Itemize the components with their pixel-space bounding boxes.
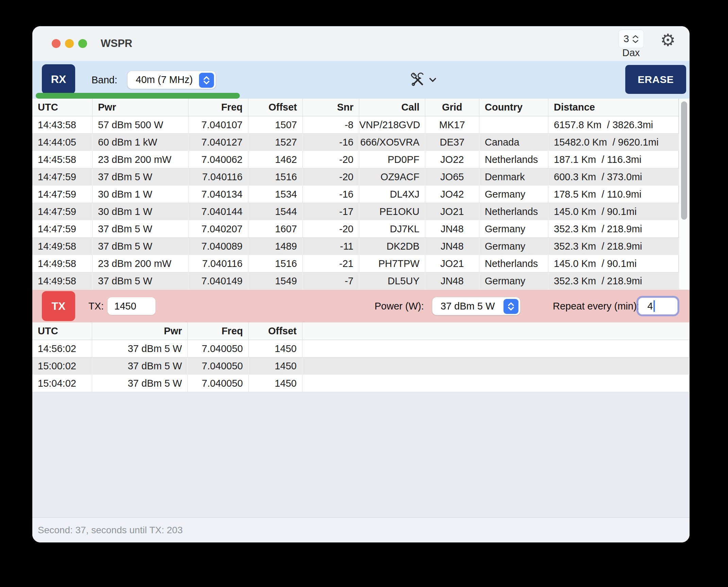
table-cell: 1516: [248, 168, 303, 186]
table-cell: 30 dBm 1 W: [93, 203, 188, 220]
table-row[interactable]: 14:47:5937 dBm 5 W7.0401161516-20OZ9ACFJ…: [32, 168, 679, 186]
table-cell: 7.040089: [188, 238, 248, 255]
table-cell: 15:00:02: [32, 357, 92, 375]
table-cell: 1507: [248, 116, 303, 134]
table-cell: 1516: [248, 255, 303, 272]
table-cell: JN48: [425, 238, 479, 255]
table-row[interactable]: 14:47:5930 dBm 1 W7.0401341534-16DL4XJJO…: [32, 186, 679, 203]
tx-table-body: 14:56:0237 dBm 5 W7.040050145015:00:0237…: [32, 340, 690, 392]
table-row[interactable]: 14:43:5857 dBm 500 W7.0401071507-8VNP/21…: [32, 116, 679, 134]
scrollbar-thumb[interactable]: [681, 101, 687, 220]
gear-icon[interactable]: ⚙: [660, 32, 676, 49]
column-header: Offset: [249, 322, 302, 340]
table-cell: 37 dBm 5 W: [93, 220, 188, 238]
table-cell: Netherlands: [479, 151, 548, 168]
column-header: [302, 322, 690, 340]
rx-table: UTC Pwr Freq Offset Snr Call Grid Countr…: [32, 99, 690, 290]
table-cell: DE37: [425, 134, 479, 151]
table-cell: 37 dBm 5 W: [93, 272, 188, 290]
table-cell: 352.3 Km / 218.9mi: [548, 220, 679, 238]
table-cell: 666/XO5VRA: [359, 134, 425, 151]
table-cell: 23 dBm 200 mW: [93, 255, 188, 272]
tx-table-header-row: UTC Pwr Freq Offset: [32, 322, 690, 340]
table-cell: [302, 375, 690, 392]
dax-stepper[interactable]: 3: [618, 30, 644, 48]
column-header: Call: [359, 99, 425, 116]
table-row[interactable]: 14:47:5937 dBm 5 W7.0402071607-20DJ7KLJN…: [32, 220, 679, 238]
table-row[interactable]: 14:47:5930 dBm 1 W7.0401441544-17PE1OKUJ…: [32, 203, 679, 220]
column-header: UTC: [32, 322, 92, 340]
table-cell: 187.1 Km / 116.3mi: [548, 151, 679, 168]
power-select[interactable]: 37 dBm 5 W: [432, 297, 520, 315]
wspr-window: WSPR 3 Dax ⚙ RX Band: 40m (7 MHz): [32, 26, 690, 542]
table-cell: 23 dBm 200 mW: [93, 151, 188, 168]
zoom-icon[interactable]: [78, 39, 87, 48]
table-row[interactable]: 14:49:5837 dBm 5 W7.0400891489-11DK2DBJN…: [32, 238, 679, 255]
band-select[interactable]: 40m (7 MHz): [127, 71, 216, 89]
table-cell: Canada: [479, 134, 548, 151]
table-cell: 7.040050: [188, 357, 249, 375]
tools-menu-button[interactable]: [410, 72, 436, 88]
scrollbar-track[interactable]: [679, 99, 690, 290]
table-cell: 30 dBm 1 W: [93, 186, 188, 203]
column-header: Freq: [188, 322, 249, 340]
content-background: [32, 392, 690, 517]
table-cell: 14:45:58: [32, 151, 93, 168]
table-cell: [302, 357, 690, 375]
table-cell: 1549: [248, 272, 303, 290]
table-row[interactable]: 14:44:0560 dBm 1 kW7.0401271527-16666/XO…: [32, 134, 679, 151]
table-cell: Netherlands: [479, 255, 548, 272]
chevron-down-icon: [429, 78, 436, 82]
column-header: UTC: [32, 99, 93, 116]
table-cell: 352.3 Km / 218.9mi: [548, 238, 679, 255]
table-cell: 7.040127: [188, 134, 248, 151]
close-icon[interactable]: [52, 39, 61, 48]
up-down-chevrons-icon: [503, 299, 518, 314]
table-cell: 7.040050: [188, 375, 249, 392]
table-cell: 57 dBm 500 W: [93, 116, 188, 134]
table-row[interactable]: 14:49:5823 dBm 200 mW7.0401161516-21PH7T…: [32, 255, 679, 272]
tools-icon: [410, 72, 426, 88]
table-cell: PE1OKU: [359, 203, 425, 220]
table-cell: PH7TPW: [359, 255, 425, 272]
table-cell: 14:49:58: [32, 272, 93, 290]
column-header: Distance: [548, 99, 679, 116]
table-cell: 7.040062: [188, 151, 248, 168]
minimize-icon[interactable]: [65, 39, 74, 48]
table-row[interactable]: 14:49:5837 dBm 5 W7.0401491549-7DL5UYJN4…: [32, 272, 679, 290]
table-cell: 600.3 Km / 373.0mi: [548, 168, 679, 186]
table-cell: PD0PF: [359, 151, 425, 168]
repeat-input[interactable]: 4: [638, 298, 678, 315]
table-cell: Germany: [479, 220, 548, 238]
table-cell: 145.0 Km / 90.1mi: [548, 255, 679, 272]
status-bar: Second: 37, seconds until TX: 203: [32, 517, 690, 542]
table-row[interactable]: 14:56:0237 dBm 5 W7.0400501450: [32, 340, 690, 357]
table-cell: 14:49:58: [32, 255, 93, 272]
band-label: Band:: [92, 74, 117, 85]
table-cell: -7: [303, 272, 359, 290]
table-cell: 145.0 Km / 90.1mi: [548, 203, 679, 220]
table-cell: [479, 116, 548, 134]
column-header: Pwr: [92, 322, 188, 340]
tx-offset-input[interactable]: 1450: [107, 297, 155, 315]
table-row[interactable]: 15:00:0237 dBm 5 W7.0400501450: [32, 357, 690, 375]
column-header: Freq: [188, 99, 248, 116]
rx-button[interactable]: RX: [42, 64, 75, 94]
table-cell: JO21: [425, 255, 479, 272]
status-text: Second: 37, seconds until TX: 203: [38, 525, 183, 536]
rx-progress-bar: [36, 93, 240, 99]
table-row[interactable]: 14:45:5823 dBm 200 mW7.0400621462-20PD0P…: [32, 151, 679, 168]
repeat-value: 4: [647, 301, 653, 312]
table-cell: 14:43:58: [32, 116, 93, 134]
column-header: Country: [479, 99, 548, 116]
tx-offset-label: TX:: [88, 301, 104, 312]
table-cell: -17: [303, 203, 359, 220]
table-cell: 352.3 Km / 218.9mi: [548, 272, 679, 290]
repeat-label: Repeat every (min):: [553, 301, 640, 312]
table-row[interactable]: 15:04:0237 dBm 5 W7.0400501450: [32, 375, 690, 392]
table-cell: 1450: [249, 375, 302, 392]
tx-button[interactable]: TX: [42, 291, 75, 321]
table-cell: 14:47:59: [32, 168, 93, 186]
erase-button[interactable]: ERASE: [625, 65, 686, 94]
table-cell: 1544: [248, 203, 303, 220]
